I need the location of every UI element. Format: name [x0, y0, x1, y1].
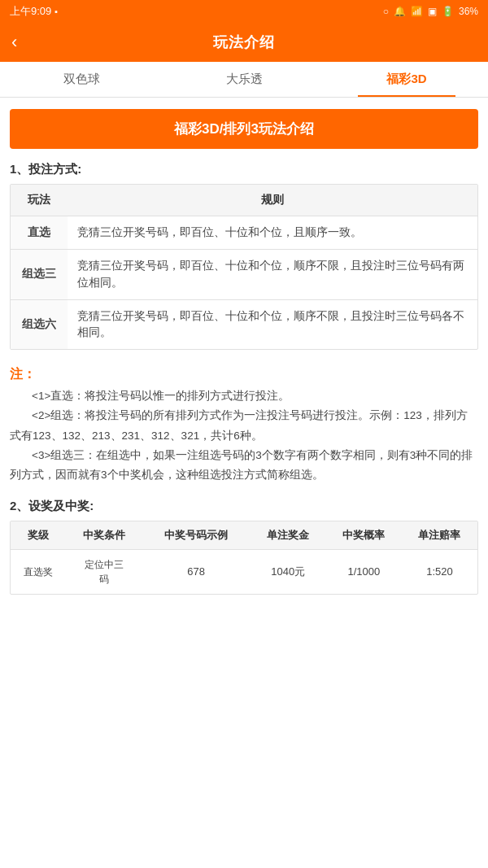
- header: ‹ 玩法介绍: [0, 23, 488, 62]
- play-name-3: 组选六: [11, 299, 68, 349]
- play-name-2: 组选三: [11, 250, 68, 300]
- play-rule-3: 竞猜三位开奖号码，即百位、十位和个位，顺序不限，且投注时三位号码各不相同。: [68, 299, 477, 349]
- play-table: 玩法 规则 直选 竞猜三位开奖号码，即百位、十位和个位，且顺序一致。 组选三 竞…: [11, 185, 477, 349]
- table-row: 组选六 竞猜三位开奖号码，即百位、十位和个位，顺序不限，且投注时三位号码各不相同…: [11, 299, 477, 349]
- col-header-rule: 规则: [68, 185, 477, 216]
- play-table-wrap: 玩法 规则 直选 竞猜三位开奖号码，即百位、十位和个位，且顺序一致。 组选三 竞…: [10, 184, 478, 350]
- battery-text: 36%: [459, 6, 478, 17]
- prize-table-row: 直选奖 定位中三码 678 1040元 1/1000 1:520: [11, 549, 477, 594]
- wifi-icon: 📶: [411, 6, 423, 17]
- prize-ratio-1: 1:520: [402, 549, 477, 594]
- status-icons: ○ 🔔 📶 ▣ 🔋 36%: [383, 6, 478, 17]
- time-text: 上午9:09: [10, 4, 51, 19]
- page-title: 玩法介绍: [213, 33, 275, 52]
- table-row: 组选三 竞猜三位开奖号码，即百位、十位和个位，顺序不限，且投注时三位号码有两位相…: [11, 250, 477, 300]
- sim-icon: ▪: [54, 7, 58, 16]
- level-text: 直选奖: [14, 565, 63, 579]
- signal-icon: ▣: [428, 6, 437, 17]
- play-rule-2: 竞猜三位开奖号码，即百位、十位和个位，顺序不限，且投注时三位号码有两位相同。: [68, 250, 477, 300]
- play-rule-1: 竞猜三位开奖号码，即百位、十位和个位，且顺序一致。: [68, 216, 477, 250]
- prize-table: 奖级 中奖条件 中奖号码示例 单注奖金 中奖概率 单注赔率 直选奖 定位中三码: [11, 521, 477, 594]
- battery-icon: 🔋: [442, 6, 454, 17]
- content-area: 福彩3D/排列3玩法介绍 1、投注方式: 玩法 规则 直选 竞猜三位开奖号码，即…: [0, 98, 488, 606]
- note-item-1: <1>直选：将投注号码以惟一的排列方式进行投注。: [10, 386, 478, 406]
- back-button[interactable]: ‹: [11, 32, 17, 53]
- prize-condition-1: 定位中三码: [66, 549, 142, 594]
- prize-col-level: 奖级: [11, 521, 66, 550]
- play-name-1: 直选: [11, 216, 68, 250]
- prize-level-1: 直选奖: [11, 549, 66, 594]
- banner: 福彩3D/排列3玩法介绍: [10, 109, 478, 149]
- status-time: 上午9:09 ▪: [10, 4, 58, 19]
- section1-title: 1、投注方式:: [10, 162, 478, 177]
- note-item-2: <2>组选：将投注号码的所有排列方式作为一注投注号码进行投注。示例：123，排列…: [10, 406, 478, 446]
- note-item-3: <3>组选三：在组选中，如果一注组选号码的3个数字有两个数字相同，则有3种不同的…: [10, 446, 478, 486]
- prize-col-condition: 中奖条件: [66, 521, 142, 550]
- prize-amount-1: 1040元: [251, 549, 326, 594]
- tab-daletou[interactable]: 大乐透: [163, 62, 325, 97]
- col-header-play: 玩法: [11, 185, 68, 216]
- table-row: 直选 竞猜三位开奖号码，即百位、十位和个位，且顺序一致。: [11, 216, 477, 250]
- bell-icon: 🔔: [394, 6, 406, 17]
- section2-title: 2、设奖及中奖:: [10, 499, 478, 514]
- condition-text: 定位中三码: [69, 557, 138, 587]
- tab-shuangseqiu[interactable]: 双色球: [0, 62, 163, 97]
- alarm-icon: ○: [383, 6, 389, 17]
- notes-section: 注： <1>直选：将投注号码以惟一的排列方式进行投注。 <2>组选：将投注号码的…: [10, 363, 478, 485]
- prize-col-probability: 中奖概率: [326, 521, 402, 550]
- note-label: 注：: [10, 367, 36, 381]
- prize-col-ratio: 单注赔率: [402, 521, 477, 550]
- prize-example-1: 678: [142, 549, 250, 594]
- prize-prob-1: 1/1000: [326, 549, 402, 594]
- prize-col-example: 中奖号码示例: [142, 521, 250, 550]
- prize-table-wrap: 奖级 中奖条件 中奖号码示例 单注奖金 中奖概率 单注赔率 直选奖 定位中三码: [10, 521, 478, 595]
- tab-fucai3d[interactable]: 福彩3D: [325, 62, 488, 97]
- status-bar: 上午9:09 ▪ ○ 🔔 📶 ▣ 🔋 36%: [0, 0, 488, 23]
- tab-bar: 双色球 大乐透 福彩3D: [0, 62, 488, 98]
- prize-col-prize: 单注奖金: [251, 521, 326, 550]
